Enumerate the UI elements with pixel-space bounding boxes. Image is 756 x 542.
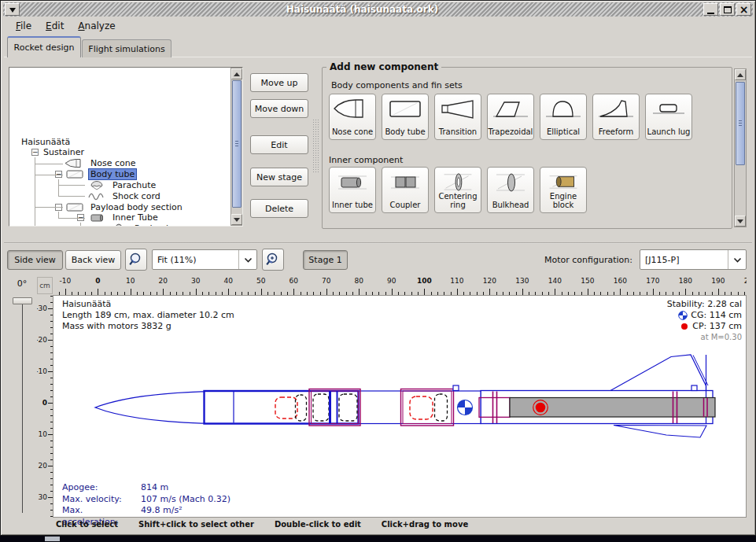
tree-item-payload[interactable]: −Payload: [99, 223, 171, 227]
forward-body-tube[interactable]: [205, 391, 359, 424]
status-hint: Click to select: [56, 520, 118, 529]
fin-lower[interactable]: [614, 426, 706, 438]
tree-connector: [58, 218, 85, 219]
zoom-value: Fit (11%): [153, 255, 238, 265]
ruler-label: 200: [740, 277, 747, 285]
arrow-up-icon: [737, 70, 743, 77]
tree-connector: [35, 207, 63, 208]
launch-lug[interactable]: [691, 385, 697, 391]
maximize-icon: [724, 6, 732, 13]
minimize-button[interactable]: [703, 3, 718, 16]
tab-flight-simulations[interactable]: Flight simulations: [82, 39, 171, 57]
add-engineblock-button[interactable]: Engine block: [540, 167, 587, 213]
move-up-button[interactable]: Move up: [250, 73, 308, 92]
tree-scrollbar[interactable]: [230, 68, 243, 226]
arrow-up-icon: [234, 69, 240, 76]
menu-edit[interactable]: Edit: [39, 18, 71, 34]
tree-item-parachute[interactable]: −Parachute: [77, 179, 158, 190]
edit-button[interactable]: Edit: [250, 135, 308, 154]
ruler-unit-label: cm: [37, 277, 53, 294]
tree-item-label: Parachute: [110, 180, 158, 190]
ruler-tick: [293, 289, 294, 295]
scroll-up-button[interactable]: [735, 69, 746, 80]
tree-item-haisun-t-[interactable]: Haisunäätä: [19, 136, 72, 147]
cp-icon: [680, 322, 689, 331]
ruler-label: 170: [643, 277, 663, 285]
add-trapezoidal-button[interactable]: Trapezoidal: [487, 94, 534, 140]
body-components-label: Body components and fin sets: [331, 80, 463, 90]
tree-connector: [35, 157, 35, 227]
splitter-handle[interactable]: [312, 119, 319, 172]
window-menu-button[interactable]: [5, 3, 20, 16]
tree-scrollbar-thumb[interactable]: [232, 80, 242, 208]
ruler-label: 180: [675, 277, 695, 285]
add-bodytube-button[interactable]: Body tube: [382, 94, 429, 140]
add-launchlug-button[interactable]: Launch lug: [645, 94, 692, 140]
scroll-down-button[interactable]: [231, 214, 242, 225]
magnifier-icon: [265, 252, 281, 267]
add-coupler-button[interactable]: Coupler: [382, 167, 429, 213]
tree-item-body-tube[interactable]: −Body tube: [55, 169, 137, 180]
component-panel-scrollbar[interactable]: [734, 68, 747, 227]
close-button[interactable]: ×: [736, 3, 751, 16]
add-freeform-button[interactable]: Freeform: [592, 94, 640, 140]
add-elliptical-button[interactable]: Elliptical: [540, 94, 587, 140]
menu-file[interactable]: File: [9, 18, 39, 34]
ruler-label: 0: [87, 277, 108, 285]
add-transition-button[interactable]: Transition: [434, 94, 481, 140]
tree-item-nose-cone[interactable]: −Nose cone: [55, 158, 138, 169]
ruler-label: 190: [708, 277, 728, 285]
maximize-button[interactable]: [720, 3, 735, 16]
tree-expander[interactable]: −: [31, 149, 39, 156]
centeringring-icon: [437, 170, 478, 193]
rotation-angle-label: 0°: [9, 278, 35, 289]
add-centeringring-button[interactable]: Centering ring: [434, 167, 481, 213]
add-bulkhead-button[interactable]: Bulkhead: [487, 167, 534, 213]
scroll-up-button[interactable]: [231, 68, 242, 79]
motor-configuration-value: [J115-P]: [640, 255, 728, 265]
component-button-label: Engine block: [540, 193, 586, 212]
mach-condition: at M=0.30: [667, 332, 742, 343]
component-tree[interactable]: Haisunäätä−Sustainer−Nose cone−Body tube…: [9, 67, 243, 227]
zoom-select[interactable]: Fit (11%): [152, 249, 257, 270]
rotation-slider-handle[interactable]: [13, 297, 32, 304]
side-view-button[interactable]: Side view: [7, 250, 63, 270]
component-button-label: Inner tube: [332, 194, 373, 212]
component-scrollbar-thumb[interactable]: [736, 82, 745, 165]
ruler-tick: [326, 289, 327, 295]
launch-lug[interactable]: [453, 385, 459, 391]
component-button-label: Transition: [439, 120, 477, 139]
motor-configuration-select[interactable]: [J115-P]: [640, 249, 747, 270]
tree-item-payload-body-section[interactable]: −Payload body section: [55, 201, 185, 212]
move-down-button[interactable]: Move down: [250, 99, 308, 118]
ruler-tick: [457, 289, 458, 295]
back-view-button[interactable]: Back view: [65, 250, 121, 270]
innertube-icon: [332, 170, 373, 194]
ruler-tick: [424, 289, 425, 295]
ruler-label: 110: [447, 277, 467, 285]
zoom-in-button[interactable]: [262, 249, 284, 271]
stage-1-toggle[interactable]: Stage 1: [303, 250, 348, 270]
component-button-label: Bulkhead: [492, 194, 529, 212]
launchlug-icon: [648, 97, 689, 120]
zoom-out-button[interactable]: [125, 249, 147, 271]
tree-item-inner-tube[interactable]: −Inner Tube: [77, 212, 160, 223]
window-menu-icon: [9, 8, 16, 16]
nose-cone-shape[interactable]: [95, 392, 204, 423]
motor-configuration-label: Motor configuration:: [544, 255, 632, 265]
tree-item-label: Shock cord: [110, 191, 163, 201]
tree-item-shock-cord[interactable]: −Shock cord: [77, 190, 163, 201]
add-innertube-button[interactable]: Inner tube: [329, 167, 376, 213]
status-hint: Click+drag to move: [382, 520, 468, 529]
scroll-down-button[interactable]: [735, 216, 746, 227]
ruler-tick: [588, 289, 588, 295]
title-bar[interactable]: Haisunäätä (haisunaata.ork) ×: [3, 2, 753, 17]
add-nosecone-button[interactable]: Nose cone: [329, 94, 376, 140]
chevron-down-icon: [728, 250, 746, 269]
menu-analyze[interactable]: Analyze: [71, 18, 122, 34]
delete-button[interactable]: Delete: [250, 199, 308, 218]
ruler-label: -10: [37, 367, 47, 375]
tab-rocket-design[interactable]: Rocket design: [7, 36, 81, 57]
new-stage-button[interactable]: New stage: [250, 168, 308, 186]
tree-item-sustainer[interactable]: −Sustainer: [31, 147, 87, 158]
